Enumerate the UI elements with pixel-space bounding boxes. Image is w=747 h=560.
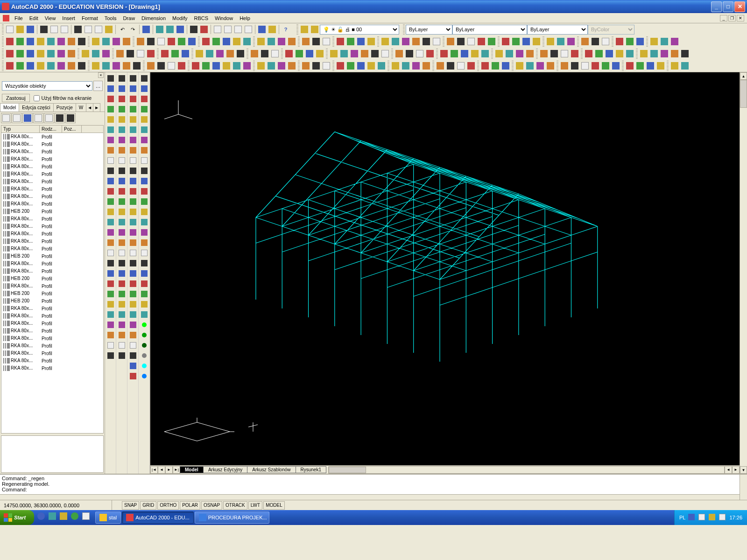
- array-button[interactable]: [117, 114, 127, 125]
- mdi-minimize[interactable]: _: [720, 15, 727, 21]
- toolbar-button[interactable]: [56, 49, 66, 59]
- tray-icon-1[interactable]: [688, 514, 696, 521]
- toolbar-button[interactable]: [366, 36, 376, 47]
- xline-button[interactable]: [106, 84, 116, 94]
- toolbar-button[interactable]: [232, 36, 242, 47]
- toolbar-button[interactable]: [545, 36, 556, 47]
- toolbar-button[interactable]: [514, 61, 525, 71]
- tab-scroll-right[interactable]: ►: [93, 103, 100, 112]
- trim-button[interactable]: [117, 176, 127, 186]
- toolbar-button[interactable]: [287, 61, 297, 71]
- clock[interactable]: 17:26: [729, 515, 742, 520]
- toolbar-button[interactable]: [639, 49, 649, 59]
- toolbar-button[interactable]: [445, 61, 456, 71]
- vtoolbar-button[interactable]: [139, 73, 149, 84]
- toolbar-button[interactable]: [135, 49, 146, 59]
- chamfer-button[interactable]: [117, 207, 127, 217]
- toolbar-button[interactable]: [15, 49, 25, 59]
- toolbar-button[interactable]: [514, 49, 525, 59]
- toolbar-button[interactable]: [511, 36, 521, 47]
- view-btn-4[interactable]: [33, 113, 43, 123]
- toolbar-button[interactable]: [301, 61, 311, 71]
- toolbar-button[interactable]: [335, 36, 345, 47]
- table-row[interactable]: RKA 80x...Profil: [1, 282, 103, 290]
- spline-button[interactable]: [106, 155, 116, 166]
- status-polar[interactable]: POLAR: [180, 501, 200, 510]
- toolbar-button[interactable]: [35, 36, 46, 47]
- menu-format[interactable]: Format: [78, 14, 101, 22]
- toolbar-button[interactable]: [404, 49, 415, 59]
- toolbar-button[interactable]: [46, 61, 56, 71]
- toolbar-button[interactable]: [525, 61, 535, 71]
- panel-close-button[interactable]: ×: [98, 72, 104, 78]
- toolbar-button[interactable]: [190, 61, 201, 71]
- toolbar-button[interactable]: [531, 36, 542, 47]
- tray-volume-icon[interactable]: [719, 514, 726, 521]
- toolbar-button[interactable]: [466, 61, 476, 71]
- dist-button[interactable]: [189, 24, 199, 35]
- vtoolbar-button[interactable]: [128, 258, 138, 268]
- vtoolbar-button[interactable]: [117, 238, 127, 248]
- extend-button[interactable]: [117, 186, 127, 196]
- maximize-button[interactable]: □: [723, 1, 733, 12]
- toolbar-button[interactable]: [146, 36, 156, 47]
- vtoolbar-button[interactable]: [139, 299, 149, 309]
- tray-icon-3[interactable]: [709, 514, 716, 521]
- toolbar-button[interactable]: [466, 36, 476, 47]
- line-button[interactable]: [106, 73, 116, 84]
- toolbar-button[interactable]: [411, 61, 421, 71]
- ellipse-button[interactable]: [106, 166, 116, 176]
- toolbar-button[interactable]: [614, 49, 625, 59]
- vtoolbar-button[interactable]: [128, 135, 138, 145]
- toolbar-button[interactable]: [480, 49, 490, 59]
- vtoolbar-button[interactable]: [128, 186, 138, 196]
- vtoolbar-button[interactable]: [106, 268, 116, 279]
- table-row[interactable]: RKA 80x...Profil: [1, 350, 103, 357]
- vtoolbar-button[interactable]: [117, 340, 127, 350]
- table-row[interactable]: RKA 80x...Profil: [1, 238, 103, 245]
- toolbar-button[interactable]: [301, 36, 311, 47]
- toolbar-button[interactable]: [486, 36, 497, 47]
- table-row[interactable]: RKA 80x...Profil: [1, 364, 103, 372]
- toolbar-button[interactable]: [625, 49, 635, 59]
- status-ortho[interactable]: ORTHO: [157, 501, 179, 510]
- table-row[interactable]: RKA 80x...Profil: [1, 357, 103, 364]
- toolbar-button[interactable]: [570, 49, 580, 59]
- filter-combo[interactable]: Wszystkie obiekty: [2, 81, 92, 91]
- view-btn-2[interactable]: [12, 113, 22, 123]
- linetype-combo[interactable]: ByLayer: [452, 25, 527, 35]
- toolbar-button[interactable]: [449, 49, 459, 59]
- hscroll-right[interactable]: ►: [732, 466, 740, 474]
- move-button[interactable]: [117, 125, 127, 135]
- vtoolbar-button[interactable]: [139, 186, 149, 196]
- vtoolbar-button[interactable]: [128, 176, 138, 186]
- vtoolbar-button[interactable]: [128, 340, 138, 350]
- vtoolbar-button[interactable]: [117, 299, 127, 309]
- toolbar-button[interactable]: [146, 49, 156, 59]
- vtoolbar-button[interactable]: [106, 289, 116, 299]
- zoom-rt-button[interactable]: [223, 24, 233, 35]
- toolbar-button[interactable]: [135, 36, 146, 47]
- osnap-button[interactable]: [165, 24, 175, 35]
- toolbar-button[interactable]: [80, 49, 91, 59]
- menu-view[interactable]: View: [42, 14, 59, 22]
- toolbar-button[interactable]: [111, 61, 121, 71]
- layer-combo[interactable]: 💡 ☀ 🔓 🖨 ■ 00: [320, 25, 399, 35]
- vtoolbar-button[interactable]: [117, 309, 127, 320]
- vtoolbar-button[interactable]: [106, 320, 116, 330]
- vtoolbar-button[interactable]: [117, 320, 127, 330]
- view-btn-1[interactable]: [1, 113, 11, 123]
- toolbar-button[interactable]: [421, 36, 431, 47]
- vtoolbar-button[interactable]: [106, 299, 116, 309]
- vtoolbar-button[interactable]: [128, 289, 138, 299]
- vtoolbar-button[interactable]: [139, 227, 149, 238]
- toolbar-button[interactable]: [201, 36, 211, 47]
- vtoolbar-button[interactable]: [139, 196, 149, 207]
- toolbar-button[interactable]: [111, 36, 121, 47]
- tab-nav-next[interactable]: ►: [165, 466, 173, 474]
- toolbar-button[interactable]: [304, 49, 315, 59]
- toolbar-button[interactable]: [566, 36, 576, 47]
- toolbar-button[interactable]: [456, 36, 466, 47]
- toolbar-button[interactable]: [445, 36, 456, 47]
- vtoolbar-button[interactable]: [128, 104, 138, 114]
